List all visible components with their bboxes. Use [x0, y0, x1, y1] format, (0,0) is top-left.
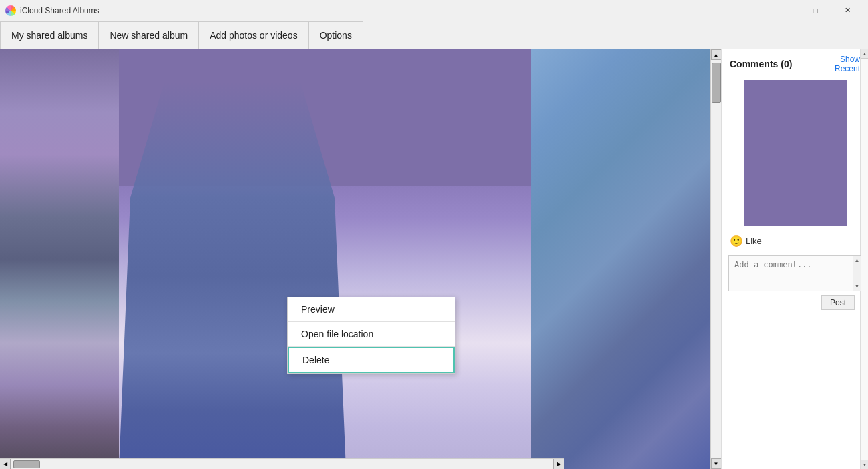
photo-area: Preview Open file location Delete ▲ ▼ ◀ … [0, 49, 721, 469]
like-button[interactable]: Like [746, 236, 762, 246]
show-label: Show [840, 55, 860, 64]
new-shared-album-button[interactable]: New shared album [99, 21, 199, 49]
post-button[interactable]: Post [821, 295, 855, 310]
scroll-down-button[interactable]: ▼ [711, 458, 722, 469]
photo-thumbnail [744, 80, 847, 226]
options-button[interactable]: Options [309, 21, 363, 49]
comments-header: Comments (0) Show Recent [722, 49, 868, 80]
window-controls: ─ □ ✕ [768, 0, 863, 21]
title-bar: iCloud Shared Albums ─ □ ✕ [0, 0, 868, 21]
title-bar-left: iCloud Shared Albums [5, 5, 99, 16]
comments-panel: ▲ ▼ Comments (0) Show Recent 🙂 Like ▲ ▼ [721, 49, 868, 469]
window-title: iCloud Shared Albums [20, 6, 99, 15]
like-icon[interactable]: 🙂 [730, 234, 743, 247]
my-shared-albums-button[interactable]: My shared albums [0, 21, 99, 49]
like-row: 🙂 Like [722, 232, 868, 250]
panel-scroll-down-button[interactable]: ▼ [861, 460, 868, 469]
close-button[interactable]: ✕ [832, 0, 863, 21]
scroll-right-button[interactable]: ▶ [553, 459, 564, 470]
scroll-thumb[interactable] [712, 63, 721, 103]
comment-scroll-down[interactable]: ▼ [855, 283, 860, 289]
show-recent-button[interactable]: Show Recent [835, 55, 860, 74]
comment-input-area: ▲ ▼ [728, 255, 861, 291]
photo-background [0, 49, 721, 469]
horizontal-scroll-thumb[interactable] [13, 460, 40, 468]
comments-title: Comments (0) [730, 59, 792, 69]
nav-bar: My shared albums New shared album Add ph… [0, 21, 868, 49]
icloud-icon [5, 5, 16, 16]
scroll-left-button[interactable]: ◀ [0, 459, 11, 470]
scroll-up-button[interactable]: ▲ [711, 49, 722, 60]
comment-scrollbar: ▲ ▼ [853, 256, 861, 291]
context-menu-delete[interactable]: Delete [288, 347, 455, 373]
horizontal-scrollbar: ◀ ▶ [0, 458, 564, 469]
context-menu-open-location[interactable]: Open file location [288, 322, 455, 346]
minimize-button[interactable]: ─ [768, 0, 799, 21]
context-menu: Preview Open file location Delete [287, 297, 455, 374]
recent-label: Recent [835, 64, 860, 73]
vertical-scrollbar: ▲ ▼ [710, 49, 721, 469]
maximize-button[interactable]: □ [800, 0, 831, 21]
add-photos-button[interactable]: Add photos or videos [199, 21, 309, 49]
comment-scroll-up[interactable]: ▲ [855, 257, 860, 263]
panel-scroll-up-button[interactable]: ▲ [861, 49, 868, 59]
context-menu-preview[interactable]: Preview [288, 297, 455, 321]
main-area: Preview Open file location Delete ▲ ▼ ◀ … [0, 49, 868, 469]
comment-textarea[interactable] [729, 256, 861, 291]
person-figure [119, 82, 346, 469]
